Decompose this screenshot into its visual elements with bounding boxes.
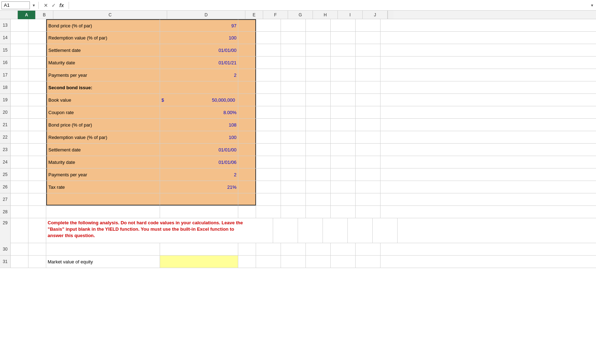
cell-b13[interactable] xyxy=(28,19,46,31)
cell-j19[interactable] xyxy=(356,94,381,106)
cell-e24[interactable] xyxy=(238,156,256,168)
cell-j17[interactable] xyxy=(356,69,381,81)
cell-j14[interactable] xyxy=(356,32,381,44)
cell-c19[interactable]: Book value xyxy=(46,94,160,106)
cell-d31[interactable] xyxy=(160,256,238,268)
cell-d22[interactable]: 100 xyxy=(160,131,238,143)
cell-c31[interactable]: Market value of equity xyxy=(46,256,160,268)
cell-i20[interactable] xyxy=(331,106,356,118)
cell-f19[interactable] xyxy=(256,94,281,106)
cell-f20[interactable] xyxy=(256,106,281,118)
cell-d30[interactable] xyxy=(160,243,238,255)
cell-d13[interactable]: 97 xyxy=(160,19,238,31)
cell-d25[interactable]: 2 xyxy=(160,168,238,181)
cell-c13[interactable]: Bond price (% of par) xyxy=(46,19,160,31)
cell-c26[interactable]: Tax rate xyxy=(46,181,160,193)
formula-bar-right-dropdown[interactable]: ▾ xyxy=(590,2,595,9)
cell-h27[interactable] xyxy=(306,193,331,205)
cell-d26[interactable]: 21% xyxy=(160,181,238,193)
cell-g21[interactable] xyxy=(281,119,306,131)
cell-j26[interactable] xyxy=(356,181,381,193)
cell-d18[interactable] xyxy=(160,81,238,93)
cell-b24[interactable] xyxy=(28,156,46,168)
cell-a21[interactable] xyxy=(11,119,28,131)
cell-b23[interactable] xyxy=(28,144,46,156)
confirm-icon[interactable]: ✓ xyxy=(50,2,57,9)
cell-j30[interactable] xyxy=(356,243,381,255)
cell-i24[interactable] xyxy=(331,156,356,168)
cell-h19[interactable] xyxy=(306,94,331,106)
cell-f22[interactable] xyxy=(256,131,281,143)
cell-j22[interactable] xyxy=(356,131,381,143)
cell-f21[interactable] xyxy=(256,119,281,131)
cell-b27[interactable] xyxy=(28,193,46,205)
cell-f18[interactable] xyxy=(256,81,281,93)
cell-c14[interactable]: Redemption value (% of par) xyxy=(46,32,160,44)
cell-f28[interactable] xyxy=(256,206,281,218)
cell-e29[interactable] xyxy=(255,218,273,243)
cell-i23[interactable] xyxy=(331,144,356,156)
col-header-h[interactable]: H xyxy=(313,11,338,19)
cell-j18[interactable] xyxy=(356,81,381,93)
cell-a19[interactable] xyxy=(11,94,28,106)
cell-h22[interactable] xyxy=(306,131,331,143)
cell-e13[interactable] xyxy=(238,19,256,31)
scrollbar[interactable] xyxy=(388,11,393,19)
cell-c23[interactable]: Settlement date xyxy=(46,144,160,156)
cell-g26[interactable] xyxy=(281,181,306,193)
cell-c21[interactable]: Bond price (% of par) xyxy=(46,119,160,131)
cell-f17[interactable] xyxy=(256,69,281,81)
cell-f31[interactable] xyxy=(256,256,281,268)
col-header-a[interactable]: A xyxy=(18,11,36,19)
cell-a13[interactable] xyxy=(11,19,28,31)
cell-e26[interactable] xyxy=(238,181,256,193)
cell-i13[interactable] xyxy=(331,19,356,31)
cell-h13[interactable] xyxy=(306,19,331,31)
cell-i16[interactable] xyxy=(331,57,356,69)
cell-j25[interactable] xyxy=(356,168,381,181)
cell-g29[interactable] xyxy=(298,218,323,243)
cell-c25[interactable]: Payments per year xyxy=(46,168,160,181)
cell-b16[interactable] xyxy=(28,57,46,69)
cell-d27[interactable] xyxy=(160,193,238,205)
cell-j27[interactable] xyxy=(356,193,381,205)
cell-g24[interactable] xyxy=(281,156,306,168)
col-header-d[interactable]: D xyxy=(167,11,245,19)
col-header-g[interactable]: G xyxy=(288,11,313,19)
cell-h25[interactable] xyxy=(306,168,331,181)
cell-e22[interactable] xyxy=(238,131,256,143)
cell-g31[interactable] xyxy=(281,256,306,268)
cell-g20[interactable] xyxy=(281,106,306,118)
cell-a14[interactable] xyxy=(11,32,28,44)
cell-f23[interactable] xyxy=(256,144,281,156)
col-header-e[interactable]: E xyxy=(245,11,263,19)
cell-c28[interactable] xyxy=(46,206,160,218)
cell-c15[interactable]: Settlement date xyxy=(46,44,160,56)
cell-g15[interactable] xyxy=(281,44,306,56)
cell-b18[interactable] xyxy=(28,81,46,93)
cell-d16[interactable]: 01/01/21 xyxy=(160,57,238,69)
cell-h15[interactable] xyxy=(306,44,331,56)
cell-j16[interactable] xyxy=(356,57,381,69)
cell-d14[interactable]: 100 xyxy=(160,32,238,44)
cell-g17[interactable] xyxy=(281,69,306,81)
cell-a30[interactable] xyxy=(11,243,28,255)
cell-d20[interactable]: 8.00% xyxy=(160,106,238,118)
cell-g28[interactable] xyxy=(281,206,306,218)
cell-e17[interactable] xyxy=(238,69,256,81)
cell-g14[interactable] xyxy=(281,32,306,44)
cell-a25[interactable] xyxy=(11,168,28,181)
cell-d21[interactable]: 108 xyxy=(160,119,238,131)
cell-i29[interactable] xyxy=(348,218,373,243)
cell-g18[interactable] xyxy=(281,81,306,93)
cell-j13[interactable] xyxy=(356,19,381,31)
cell-h28[interactable] xyxy=(306,206,331,218)
col-header-c[interactable]: C xyxy=(53,11,167,19)
cell-f13[interactable] xyxy=(256,19,281,31)
cell-a29[interactable] xyxy=(11,218,28,243)
cell-a24[interactable] xyxy=(11,156,28,168)
cell-j20[interactable] xyxy=(356,106,381,118)
cell-f29[interactable] xyxy=(273,218,298,243)
cell-c22[interactable]: Redemption value (% of par) xyxy=(46,131,160,143)
cell-b29[interactable] xyxy=(28,218,46,243)
